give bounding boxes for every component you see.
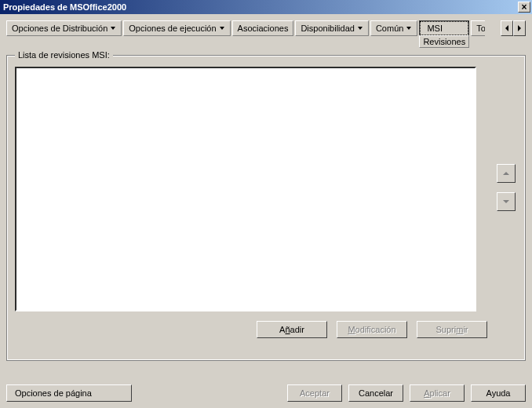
tab-label: Opciones de ejecución: [129, 24, 216, 33]
tab-label: Opciones de Distribución: [12, 24, 107, 33]
tab-ejecucion[interactable]: Opciones de ejecución: [123, 20, 230, 36]
modify-button[interactable]: Modificación: [337, 321, 407, 338]
button-label: Opciones de página: [15, 388, 92, 398]
chevron-down-icon: [358, 27, 363, 30]
tab-partial-to[interactable]: To: [471, 20, 485, 36]
tab-distribucion[interactable]: Opciones de Distribución: [6, 20, 122, 36]
reorder-buttons: [497, 164, 516, 211]
button-label: Aplicar: [424, 388, 450, 398]
group-legend: Lista de revisiones MSI:: [15, 50, 113, 60]
tab-disponibilidad[interactable]: Disponibilidad: [295, 20, 369, 36]
move-down-button[interactable]: [497, 192, 516, 211]
tab-msi-column: MSI Revisiones: [419, 20, 469, 49]
page-options-button[interactable]: Opciones de página: [6, 384, 132, 402]
apply-button[interactable]: Aplicar: [410, 384, 465, 402]
arrow-up-icon: [503, 172, 509, 175]
delete-button[interactable]: Suprimir: [417, 321, 487, 338]
tab-scroll-buttons: [501, 20, 526, 49]
tab-scroll-right[interactable]: [513, 20, 526, 36]
chevron-down-icon: [111, 27, 116, 30]
button-label: Modificación: [348, 325, 395, 334]
tab-asociaciones[interactable]: Asociaciones: [232, 20, 294, 36]
accept-button[interactable]: Aceptar: [287, 384, 342, 402]
tab-label: Común: [376, 24, 403, 33]
tab-msi[interactable]: MSI: [419, 20, 469, 36]
tab-label: Disponibilidad: [301, 24, 355, 33]
tab-content: Lista de revisiones MSI: Añadir Modifica…: [6, 55, 526, 377]
button-label: Ayuda: [486, 388, 511, 398]
button-label: Cancelar: [359, 388, 393, 398]
tab-comun[interactable]: Común: [370, 20, 417, 36]
chevron-down-icon: [220, 27, 225, 30]
close-icon: ×: [521, 2, 527, 12]
window-title: Propiedades de MSOffice2000: [3, 2, 518, 12]
client-area: Opciones de Distribución Opciones de eje…: [0, 14, 532, 408]
tab-label: To: [476, 24, 485, 33]
button-label: Añadir: [279, 325, 304, 334]
title-bar: Propiedades de MSOffice2000 ×: [0, 0, 532, 14]
chevron-down-icon: [406, 27, 412, 30]
dialog-button-bar: Opciones de página Aceptar Cancelar Apli…: [6, 384, 526, 402]
tab-label: MSI: [427, 24, 457, 33]
help-button[interactable]: Ayuda: [471, 384, 526, 402]
arrow-left-icon: [505, 25, 508, 31]
revisions-list[interactable]: [15, 67, 476, 311]
subtab-revisiones[interactable]: Revisiones: [419, 35, 469, 48]
tab-label: Asociaciones: [238, 24, 289, 33]
revision-buttons-row: Añadir Modificación Suprimir: [15, 321, 517, 338]
arrow-down-icon: [503, 200, 509, 203]
move-up-button[interactable]: [497, 164, 516, 183]
groupbox-revisiones: Lista de revisiones MSI: Añadir Modifica…: [6, 55, 526, 361]
add-button[interactable]: Añadir: [257, 321, 327, 338]
button-label: Suprimir: [436, 325, 468, 334]
button-label: Aceptar: [300, 388, 330, 398]
tab-strip: Opciones de Distribución Opciones de eje…: [6, 20, 526, 49]
subtab-label: Revisiones: [423, 37, 465, 46]
cancel-button[interactable]: Cancelar: [348, 384, 403, 402]
tab-scroll-left[interactable]: [501, 20, 513, 36]
arrow-right-icon: [518, 25, 521, 31]
close-button[interactable]: ×: [518, 2, 530, 13]
